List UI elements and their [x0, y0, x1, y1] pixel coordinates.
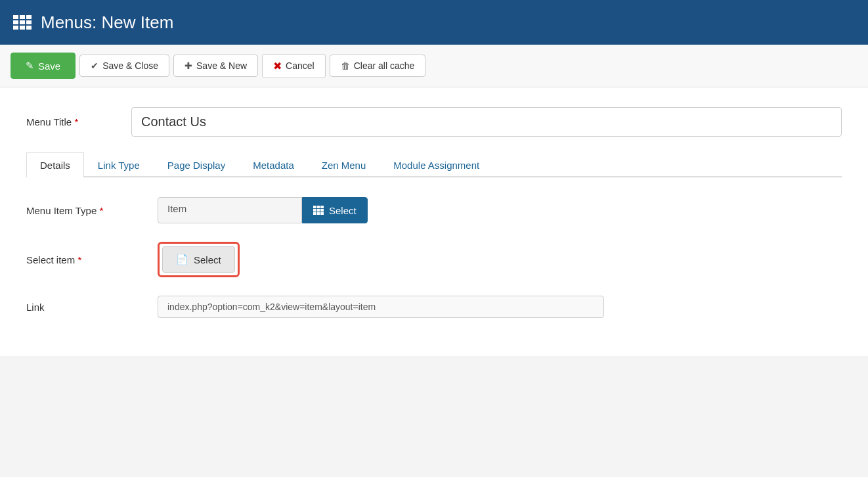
cancel-icon: ✖ — [273, 60, 282, 72]
menu-title-required: * — [74, 116, 78, 127]
menu-icon — [13, 15, 32, 30]
save-close-label: Save & Close — [102, 60, 158, 71]
menu-item-type-row: Menu Item Type * Item Select — [26, 197, 842, 223]
save-button[interactable]: ✎ Save — [11, 53, 76, 79]
tab-page-display[interactable]: Page Display — [154, 152, 239, 177]
page-title: Menus: New Item — [41, 12, 173, 33]
checkmark-icon: ✔ — [91, 60, 98, 71]
save-new-button[interactable]: ✚ Save & New — [173, 55, 258, 77]
save-icon: ✎ — [26, 60, 34, 72]
plus-icon: ✚ — [184, 60, 192, 71]
menu-item-type-value: Item — [158, 197, 302, 223]
select-item-highlighted-wrapper: 📄 Select — [158, 242, 240, 277]
select-button-label: Select — [329, 205, 357, 216]
save-close-button[interactable]: ✔ Save & Close — [79, 55, 169, 77]
link-input[interactable] — [158, 296, 604, 318]
link-row: Link — [26, 296, 842, 318]
tab-details[interactable]: Details — [26, 152, 84, 177]
menu-title-label: Menu Title * — [26, 116, 131, 127]
select-item-label: Select item * — [26, 254, 158, 265]
tab-metadata[interactable]: Metadata — [239, 152, 308, 177]
link-control — [158, 296, 604, 318]
tabs-container: Details Link Type Page Display Metadata … — [26, 152, 842, 177]
menu-item-type-control: Item Select — [158, 197, 368, 223]
cancel-button[interactable]: ✖ Cancel — [262, 54, 326, 78]
select-item-control: 📄 Select — [158, 242, 240, 277]
menu-item-type-label: Menu Item Type * — [26, 205, 158, 216]
trash-icon: 🗑 — [341, 60, 350, 71]
page-header: Menus: New Item — [0, 0, 868, 45]
menu-item-type-select-button[interactable]: Select — [302, 197, 368, 223]
clear-cache-label: Clear all cache — [354, 60, 415, 71]
select-item-button[interactable]: 📄 Select — [162, 246, 235, 273]
menu-title-row: Menu Title * — [26, 107, 842, 137]
document-icon: 📄 — [176, 254, 188, 265]
select-item-button-label: Select — [194, 254, 221, 265]
grid-icon — [313, 206, 324, 215]
clear-cache-button[interactable]: 🗑 Clear all cache — [330, 55, 426, 77]
tab-link-type[interactable]: Link Type — [84, 152, 154, 177]
save-label: Save — [38, 60, 60, 72]
tab-zen-menu[interactable]: Zen Menu — [308, 152, 380, 177]
main-content: Menu Title * Details Link Type Page Disp… — [0, 87, 868, 356]
tab-module-assignment[interactable]: Module Assignment — [380, 152, 493, 177]
toolbar: ✎ Save ✔ Save & Close ✚ Save & New ✖ Can… — [0, 45, 868, 87]
cancel-label: Cancel — [286, 60, 315, 71]
menu-title-input[interactable] — [131, 107, 842, 137]
save-new-label: Save & New — [196, 60, 247, 71]
select-item-row: Select item * 📄 Select — [26, 242, 842, 277]
link-label: Link — [26, 302, 158, 313]
